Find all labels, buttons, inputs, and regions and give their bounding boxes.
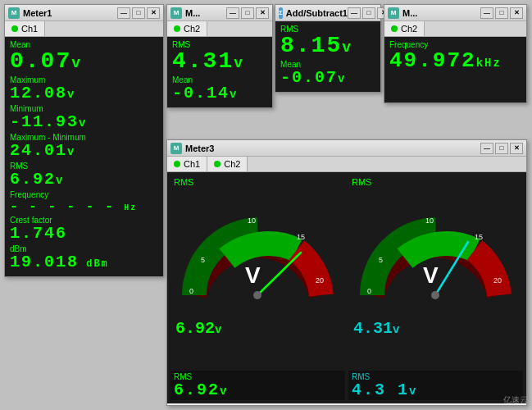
meter2b-ch2-tab[interactable]: Ch2 — [384, 21, 425, 36]
meter1-title: Meter1 — [23, 8, 117, 18]
meter3-bottom-row: RMS 6.92v RMS 4.3 1v — [171, 371, 523, 400]
svg-text:0: 0 — [367, 287, 371, 295]
meter2-rms-row: RMS 4.31v — [172, 40, 267, 73]
meter1-mean-value: 0.07v — [10, 50, 158, 73]
meter3-ch1-dot — [174, 161, 180, 167]
meter3-titlebar[interactable]: M Meter3 — □ ✕ — [167, 140, 526, 157]
meter1-crest-row: Crest factor 1.746 — [10, 216, 158, 242]
meter2-controls: — □ ✕ — [226, 7, 269, 19]
addsub-titlebar[interactable]: Σ Add/Subtract1 — □ ✕ — [275, 5, 380, 21]
meter3-controls: — □ ✕ — [480, 143, 523, 154]
meter1-min-row: Minimum -11.93v — [10, 104, 158, 130]
meter3-ch2-dot — [214, 161, 221, 167]
meter3-ch2-tab[interactable]: Ch2 — [207, 157, 248, 171]
meter1-ch1-tab[interactable]: Ch1 — [5, 21, 45, 36]
meter1-maxmin-row: Maximum - Minimum 24.01v — [10, 133, 158, 159]
meter2-ch2-dot — [174, 25, 180, 32]
meter2b-ch2-dot — [391, 25, 398, 32]
meter2b-tabs: Ch2 — [384, 21, 526, 37]
meter2-ch2-tab[interactable]: Ch2 — [167, 21, 207, 36]
meter1-close[interactable]: ✕ — [147, 7, 160, 19]
meter2-mean-value: -0.14v — [172, 85, 267, 102]
meter3-bottom-ch2: RMS 4.3 1v — [348, 371, 523, 400]
addsub-rms-value: 8.15v — [280, 34, 375, 57]
meter3-gauges: RMS 0 5 10 15 — [171, 175, 523, 367]
meter3-ch2-rms-label: RMS — [348, 175, 523, 189]
meter3-ch1-value: 6.92v — [171, 316, 345, 341]
meter3-maximize[interactable]: □ — [495, 143, 508, 154]
meter2b-ch2-label: Ch2 — [401, 24, 417, 34]
addsub-window: Σ Add/Subtract1 — □ ✕ RMS 8.15v Mean -0.… — [275, 4, 381, 93]
meter2-close[interactable]: ✕ — [256, 7, 269, 19]
meter2-maximize[interactable]: □ — [241, 7, 254, 19]
svg-text:V: V — [423, 262, 439, 288]
meter3-tabs: Ch1 Ch2 — [167, 157, 526, 172]
svg-text:5: 5 — [201, 256, 205, 264]
meter1-icon: M — [8, 7, 20, 19]
meter1-maximize[interactable]: □ — [132, 7, 145, 19]
svg-text:20: 20 — [316, 276, 324, 285]
meter1-freq-row: Frequency - - - - - - Hz — [10, 190, 158, 213]
meter3-bottom-ch1: RMS 6.92v — [171, 371, 345, 400]
meter1-window: M Meter1 — □ ✕ Ch1 Mean 0.07v Maximum 12… — [4, 4, 164, 277]
meter2b-window: M M... — □ ✕ Ch2 Frequency 49.972kHz — [384, 4, 527, 103]
meter3-ch1-panel: RMS 0 5 10 15 — [171, 175, 345, 367]
meter1-display: Mean 0.07v Maximum 12.08v Minimum -11.93… — [5, 37, 163, 276]
svg-text:20: 20 — [493, 276, 502, 285]
meter3-ch1-gauge: 0 5 10 15 20 V — [171, 189, 345, 316]
addsub-maximize[interactable]: □ — [362, 7, 375, 19]
meter3-ch1-tab[interactable]: Ch1 — [167, 157, 207, 171]
meter2b-close[interactable]: ✕ — [510, 7, 523, 19]
meter2-display: RMS 4.31v Mean -0.14v — [167, 37, 272, 107]
meter2-icon: M — [171, 7, 182, 19]
meter2-title: M... — [185, 8, 226, 18]
meter1-min-value: -11.93v — [10, 114, 158, 130]
meter3-ch2-label: Ch2 — [224, 159, 240, 169]
meter1-dbm-value: 19.018 dBm — [10, 254, 158, 271]
meter2b-titlebar[interactable]: M M... — □ ✕ — [384, 5, 526, 21]
meter1-mean-row: Mean 0.07v — [10, 40, 158, 73]
meter2b-maximize[interactable]: □ — [495, 7, 508, 19]
meter3-ch1-label: Ch1 — [184, 159, 200, 169]
meter2-rms-value: 4.31v — [172, 50, 267, 73]
meter3-bottom-ch1-value: 6.92v — [174, 382, 342, 399]
meter1-ch1-label: Ch1 — [21, 24, 38, 34]
meter2b-freq-row: Frequency 49.972kHz — [389, 40, 521, 71]
meter3-ch1-rms-label: RMS — [171, 175, 345, 189]
addsub-icon: Σ — [279, 7, 283, 19]
meter2-minimize[interactable]: — — [226, 7, 239, 19]
meter3-icon: M — [171, 143, 182, 154]
meter3-ch2-value: 4.31v — [348, 316, 523, 341]
meter1-ch1-dot — [11, 25, 18, 32]
svg-text:V: V — [245, 262, 261, 288]
svg-text:0: 0 — [189, 287, 193, 295]
meter2b-minimize[interactable]: — — [480, 7, 493, 19]
meter1-max-row: Maximum 12.08v — [10, 75, 158, 102]
meter1-titlebar[interactable]: M Meter1 — □ ✕ — [5, 5, 163, 21]
addsub-mean-value: -0.07v — [280, 70, 375, 86]
meter2b-display: Frequency 49.972kHz — [384, 37, 526, 102]
svg-text:15: 15 — [475, 233, 483, 241]
svg-text:10: 10 — [248, 216, 256, 225]
meter2-tabs: Ch2 — [167, 21, 272, 37]
meter2-window: M M... — □ ✕ Ch2 RMS 4.31v Mean -0.14v — [166, 4, 273, 108]
addsub-minimize[interactable]: — — [348, 7, 361, 19]
meter3-ch2-gauge: 0 5 10 15 20 V — [348, 189, 523, 316]
meter1-rms-row: RMS 6.92v — [10, 162, 158, 188]
meter3-minimize[interactable]: — — [480, 143, 493, 154]
meter2-titlebar[interactable]: M M... — □ ✕ — [167, 5, 272, 21]
meter1-tabs: Ch1 — [5, 21, 163, 37]
meter3-close[interactable]: ✕ — [510, 143, 523, 154]
meter3-window: M Meter3 — □ ✕ Ch1 Ch2 RMS — [166, 139, 527, 406]
meter2-mean-row: Mean -0.14v — [172, 75, 267, 102]
addsub-mean-row: Mean -0.07v — [280, 60, 375, 86]
meter3-display: RMS 0 5 10 15 — [167, 172, 526, 403]
meter1-dbm-row: dBm 19.018 dBm — [10, 244, 158, 271]
meter2b-title: M... — [402, 8, 480, 18]
svg-text:5: 5 — [379, 256, 383, 264]
meter2b-controls: — □ ✕ — [480, 7, 523, 19]
meter2-ch2-label: Ch2 — [184, 24, 200, 34]
svg-text:10: 10 — [425, 216, 434, 225]
meter1-maxmin-value: 24.01v — [10, 143, 158, 159]
meter1-minimize[interactable]: — — [117, 7, 130, 19]
